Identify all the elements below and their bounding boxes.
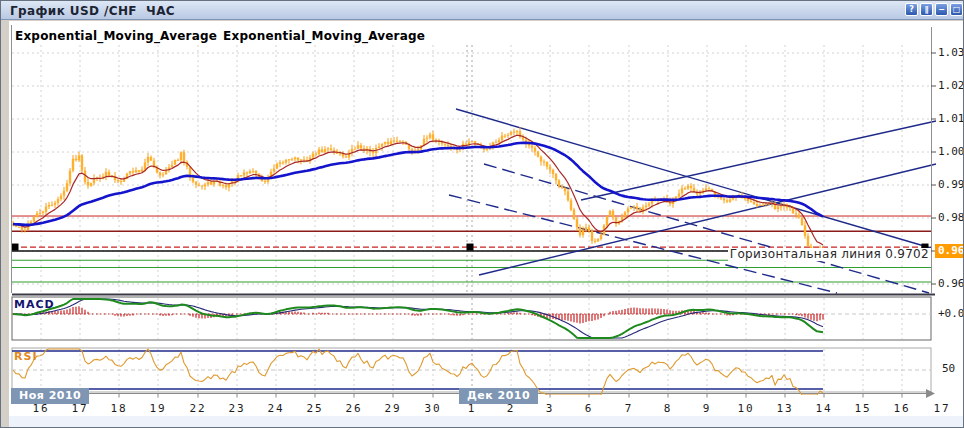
- hline-handle[interactable]: [467, 244, 474, 251]
- candles-and-emas: [12, 127, 824, 261]
- hline-handle[interactable]: [922, 244, 929, 251]
- hline-handle[interactable]: [12, 244, 19, 251]
- chart-window: График USD /CHF ЧАС ? ∥ − □ Exponential_…: [0, 0, 964, 428]
- chart-canvas[interactable]: [1, 1, 964, 428]
